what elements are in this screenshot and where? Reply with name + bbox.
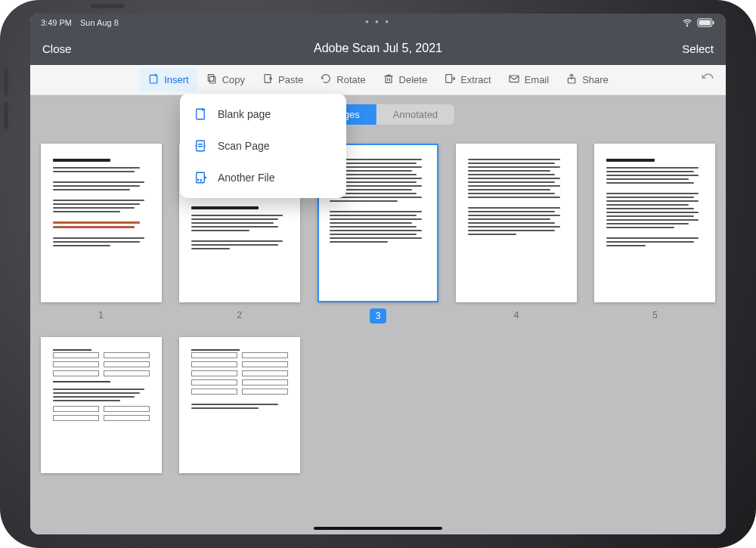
email-icon xyxy=(508,73,520,87)
undo-button[interactable] xyxy=(700,71,715,89)
toolbar-extract[interactable]: Extract xyxy=(436,68,498,91)
svg-rect-9 xyxy=(446,75,452,83)
menu-blank-page-label: Blank page xyxy=(218,108,271,120)
toolbar-delete-label: Delete xyxy=(399,74,428,85)
page-grid: 1 2 xyxy=(30,106,726,488)
page-4-number: 4 xyxy=(507,308,527,322)
nav-bar: Close Adobe Scan Jul 5, 2021 Select xyxy=(30,32,726,65)
page-5: 5 xyxy=(593,144,717,324)
multitask-dots[interactable]: ● ● ● xyxy=(365,18,391,25)
copy-icon xyxy=(206,73,218,87)
page-1-number: 1 xyxy=(91,308,111,322)
page-6-thumb[interactable] xyxy=(41,337,162,473)
page-3-number: 3 xyxy=(370,308,387,324)
toolbar-rotate-label: Rotate xyxy=(336,74,365,85)
page-4-thumb[interactable] xyxy=(456,144,577,302)
screen: 3:49 PM Sun Aug 8 ● ● ● Close Adobe Scan… xyxy=(30,14,726,534)
svg-rect-3 xyxy=(713,21,714,24)
page-5-number: 5 xyxy=(645,308,665,322)
close-button[interactable]: Close xyxy=(42,42,71,55)
wifi-icon xyxy=(682,17,692,28)
svg-rect-4 xyxy=(150,75,156,83)
page-organizer: All Pages Annotated Blank page Scan Page… xyxy=(30,95,726,534)
menu-another-file-label: Another File xyxy=(218,172,274,184)
extract-icon xyxy=(444,73,456,87)
toolbar-delete[interactable]: Delete xyxy=(375,68,435,91)
svg-rect-14 xyxy=(197,172,205,183)
toolbar-insert[interactable]: Insert xyxy=(140,68,197,91)
select-button[interactable]: Select xyxy=(682,42,714,55)
battery-icon xyxy=(697,18,715,27)
blank-page-icon xyxy=(194,107,207,121)
insert-menu: Blank page Scan Page Another File xyxy=(180,94,346,198)
menu-scan-page[interactable]: Scan Page xyxy=(180,130,346,162)
status-date: Sun Aug 8 xyxy=(80,18,119,27)
power-hw xyxy=(91,4,124,8)
toolbar-extract-label: Extract xyxy=(460,74,491,85)
share-icon xyxy=(565,73,578,87)
menu-blank-page[interactable]: Blank page xyxy=(180,98,346,130)
page-7 xyxy=(178,337,301,473)
document-title: Adobe Scan Jul 5, 2021 xyxy=(314,42,442,55)
page-4: 4 xyxy=(455,144,578,324)
paste-icon xyxy=(262,73,274,87)
svg-rect-5 xyxy=(209,76,215,83)
toolbar-share[interactable]: Share xyxy=(558,68,616,91)
toolbar-share-label: Share xyxy=(582,74,609,85)
status-right xyxy=(682,17,715,28)
home-indicator[interactable] xyxy=(314,527,442,530)
svg-rect-6 xyxy=(208,75,213,82)
toolbar-paste-label: Paste xyxy=(278,74,303,85)
filter-annotated[interactable]: Annotated xyxy=(376,104,454,125)
page-6 xyxy=(39,337,163,473)
toolbar-paste[interactable]: Paste xyxy=(254,68,311,91)
toolbar-copy-label: Copy xyxy=(222,74,245,85)
toolbar: Insert Copy Paste Rotate Delete xyxy=(30,65,726,95)
insert-icon xyxy=(147,73,160,87)
ipad-frame: 3:49 PM Sun Aug 8 ● ● ● Close Adobe Scan… xyxy=(0,0,756,548)
toolbar-insert-label: Insert xyxy=(164,74,189,85)
volume-down-hw xyxy=(4,102,8,129)
volume-up-hw xyxy=(4,68,8,95)
page-2-number: 2 xyxy=(229,308,249,322)
svg-point-0 xyxy=(686,26,687,26)
status-left: 3:49 PM Sun Aug 8 xyxy=(41,18,125,27)
svg-rect-8 xyxy=(386,76,392,83)
toolbar-copy[interactable]: Copy xyxy=(198,68,253,91)
page-5-thumb[interactable] xyxy=(594,144,715,302)
svg-rect-2 xyxy=(699,20,711,26)
scan-page-icon xyxy=(194,139,207,153)
page-1-thumb[interactable] xyxy=(41,144,162,302)
status-bar: 3:49 PM Sun Aug 8 ● ● ● xyxy=(30,14,726,32)
pdf-file-icon xyxy=(194,171,207,184)
toolbar-email[interactable]: Email xyxy=(500,68,557,91)
menu-scan-page-label: Scan Page xyxy=(218,140,270,152)
page-7-thumb[interactable] xyxy=(179,337,300,473)
svg-rect-10 xyxy=(510,76,519,82)
delete-icon xyxy=(383,73,395,87)
toolbar-rotate[interactable]: Rotate xyxy=(312,68,373,91)
page-1: 1 xyxy=(39,144,163,324)
toolbar-email-label: Email xyxy=(525,74,550,85)
menu-another-file[interactable]: Another File xyxy=(180,162,346,194)
svg-rect-13 xyxy=(197,141,205,151)
rotate-icon xyxy=(320,73,332,87)
status-time: 3:49 PM xyxy=(41,18,72,27)
